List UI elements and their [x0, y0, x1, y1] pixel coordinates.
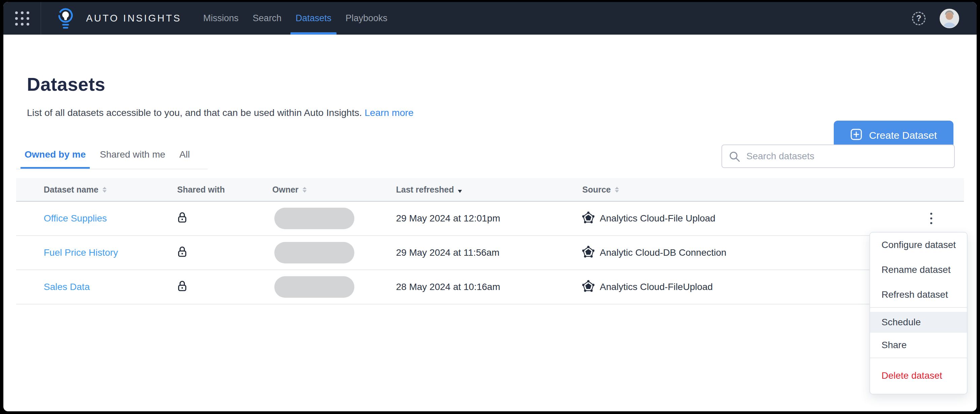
dataset-link[interactable]: Sales Data — [44, 282, 90, 292]
owner-redacted-pill — [274, 242, 354, 263]
app-window: AUTO INSIGHTS Missions Search Datasets P… — [3, 2, 977, 411]
table-row: Office Supplies 29 May 2024 at 12:01pm A… — [16, 201, 964, 236]
plus-square-icon — [850, 128, 862, 143]
column-header-source[interactable]: Source — [579, 185, 929, 195]
menu-item-refresh-dataset[interactable]: Refresh dataset — [870, 282, 967, 307]
nav-item-playbooks[interactable]: Playbooks — [339, 2, 395, 35]
tab-owned-by-me[interactable]: Owned by me — [21, 149, 90, 169]
source-cell: Analytics Cloud-File Upload — [600, 213, 716, 224]
app-grid-icon — [15, 11, 29, 25]
sort-desc-icon — [458, 187, 462, 193]
column-header-dataset-name[interactable]: Dataset name — [16, 185, 174, 195]
learn-more-link[interactable]: Learn more — [364, 107, 414, 118]
search-icon — [729, 151, 740, 162]
alteryx-pentagon-icon — [582, 211, 594, 226]
column-header-owner[interactable]: Owner — [269, 185, 393, 195]
dataset-link[interactable]: Fuel Price History — [44, 247, 118, 258]
nav-item-missions[interactable]: Missions — [196, 2, 246, 35]
column-header-last-refreshed[interactable]: Last refreshed — [393, 185, 579, 195]
page-title: Datasets — [27, 74, 977, 95]
source-cell: Analytics Cloud-FileUpload — [600, 282, 713, 292]
search-datasets — [721, 144, 955, 168]
create-dataset-label: Create Dataset — [869, 130, 937, 141]
lock-icon — [177, 246, 187, 260]
row-actions-kebab-icon[interactable] — [923, 209, 939, 228]
nav-right: ? — [912, 9, 977, 28]
owner-redacted-pill — [274, 208, 354, 229]
top-nav: AUTO INSIGHTS Missions Search Datasets P… — [3, 2, 977, 35]
nav-item-datasets[interactable]: Datasets — [288, 2, 339, 35]
tab-shared-with-me[interactable]: Shared with me — [96, 149, 169, 169]
row-actions-context-menu: Configure dataset Rename dataset Refresh… — [869, 232, 967, 395]
page-subtitle-text: List of all datasets accessible to you, … — [27, 107, 362, 118]
table-row: Sales Data 28 May 2024 at 10:16am Analyt… — [16, 270, 964, 305]
search-input[interactable] — [721, 144, 955, 168]
lightbulb-logo-icon — [57, 7, 74, 30]
menu-item-configure-dataset[interactable]: Configure dataset — [870, 233, 967, 257]
dataset-link[interactable]: Office Supplies — [44, 213, 107, 224]
menu-item-schedule[interactable]: Schedule — [870, 312, 967, 333]
last-refreshed-cell: 28 May 2024 at 10:16am — [393, 282, 579, 292]
tab-all[interactable]: All — [175, 149, 194, 169]
datasets-table: Dataset name Shared with Owner Last refr… — [16, 178, 964, 305]
sort-icon — [103, 187, 107, 192]
column-header-shared-with: Shared with — [174, 185, 269, 195]
owner-redacted-pill — [274, 276, 354, 298]
last-refreshed-cell: 29 May 2024 at 11:56am — [393, 247, 579, 258]
source-cell: Analytic Cloud-DB Connection — [600, 247, 727, 258]
alteryx-pentagon-icon — [582, 246, 594, 260]
last-refreshed-cell: 29 May 2024 at 12:01pm — [393, 213, 579, 224]
datasets-page: Datasets List of all datasets accessible… — [3, 74, 977, 118]
alteryx-pentagon-icon — [582, 280, 594, 294]
menu-item-rename-dataset[interactable]: Rename dataset — [870, 257, 967, 282]
brand-name: AUTO INSIGHTS — [86, 13, 181, 24]
menu-item-share[interactable]: Share — [870, 333, 967, 357]
sort-icon — [615, 187, 619, 192]
menu-item-delete-dataset[interactable]: Delete dataset — [870, 362, 967, 389]
sort-icon — [302, 187, 307, 192]
nav-item-search[interactable]: Search — [246, 2, 289, 35]
dataset-tabs: Owned by me Shared with me All — [16, 149, 208, 170]
lock-icon — [177, 280, 187, 294]
help-icon[interactable]: ? — [912, 12, 926, 25]
table-row: Fuel Price History 29 May 2024 at 11:56a… — [16, 236, 964, 270]
app-launcher-button[interactable] — [3, 2, 41, 35]
lock-icon — [177, 211, 187, 226]
list-toolbar: Owned by me Shared with me All — [16, 144, 955, 170]
brand[interactable]: AUTO INSIGHTS — [57, 7, 181, 30]
table-header-row: Dataset name Shared with Owner Last refr… — [16, 178, 964, 201]
primary-nav: Missions Search Datasets Playbooks — [196, 2, 395, 35]
page-subtitle: List of all datasets accessible to you, … — [27, 107, 977, 118]
user-avatar[interactable] — [940, 9, 959, 28]
